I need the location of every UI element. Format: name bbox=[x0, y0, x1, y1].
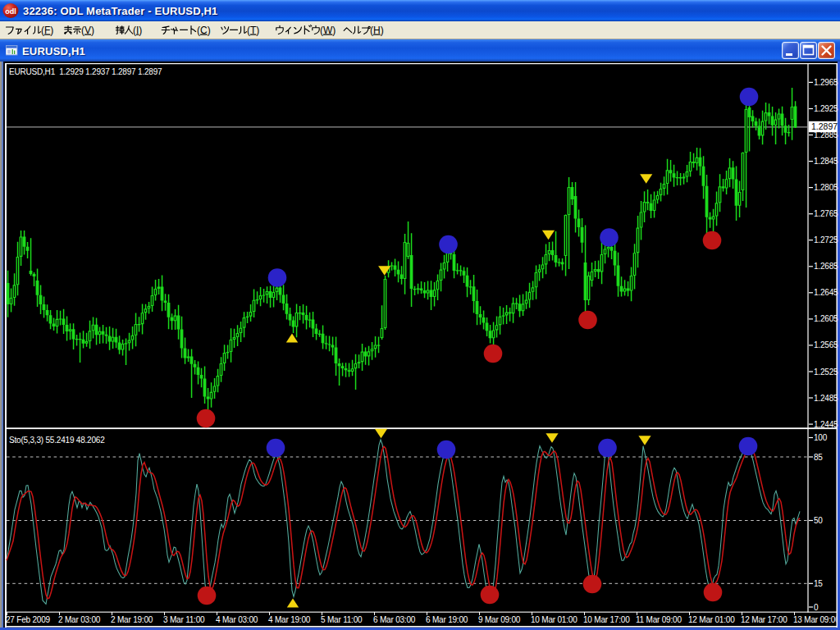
svg-text:1.2645: 1.2645 bbox=[814, 288, 838, 297]
svg-text:1.2925: 1.2925 bbox=[814, 104, 838, 113]
svg-text:1.2805: 1.2805 bbox=[814, 183, 838, 192]
svg-text:9 Mar 09:00: 9 Mar 09:00 bbox=[478, 615, 521, 624]
svg-text:50: 50 bbox=[814, 516, 823, 525]
svg-text:6 Mar 03:00: 6 Mar 03:00 bbox=[373, 615, 416, 624]
svg-text:odl: odl bbox=[5, 7, 16, 16]
svg-text:1.2965: 1.2965 bbox=[814, 78, 838, 87]
svg-text:10 Mar 17:00: 10 Mar 17:00 bbox=[583, 615, 630, 624]
svg-text:2 Mar 03:00: 2 Mar 03:00 bbox=[58, 615, 101, 624]
svg-text:12 Mar 17:00: 12 Mar 17:00 bbox=[741, 615, 788, 624]
svg-text:(W): (W) bbox=[320, 25, 336, 36]
svg-text:(I): (I) bbox=[133, 25, 142, 36]
svg-text:(C): (C) bbox=[197, 25, 211, 36]
svg-text:27 Feb 2009: 27 Feb 2009 bbox=[6, 615, 51, 624]
svg-text:13 Mar 09:00: 13 Mar 09:00 bbox=[793, 615, 840, 624]
svg-text:10 Mar 01:00: 10 Mar 01:00 bbox=[531, 615, 578, 624]
svg-text:(F): (F) bbox=[41, 25, 53, 36]
svg-text:12 Mar 01:00: 12 Mar 01:00 bbox=[688, 615, 735, 624]
svg-text:1.2845: 1.2845 bbox=[814, 157, 838, 166]
svg-text:5 Mar 11:00: 5 Mar 11:00 bbox=[321, 615, 363, 624]
svg-text:1.2765: 1.2765 bbox=[814, 209, 838, 218]
svg-text:0: 0 bbox=[814, 603, 819, 612]
svg-text:6 Mar 19:00: 6 Mar 19:00 bbox=[426, 615, 468, 624]
svg-text:3 Mar 11:00: 3 Mar 11:00 bbox=[163, 615, 205, 624]
svg-text:(H): (H) bbox=[370, 25, 384, 36]
svg-text:11 Mar 09:00: 11 Mar 09:00 bbox=[636, 615, 682, 624]
svg-text:(V): (V) bbox=[81, 25, 94, 36]
svg-text:1.2605: 1.2605 bbox=[814, 314, 838, 323]
svg-text:1.2445: 1.2445 bbox=[814, 420, 838, 429]
svg-text:EURUSD,H1 1.2929 1.2937 1.289: EURUSD,H1 1.2929 1.2937 1.2897 1.2897 bbox=[9, 67, 162, 76]
svg-text:1.2485: 1.2485 bbox=[814, 394, 838, 403]
svg-text:1.2685: 1.2685 bbox=[814, 262, 838, 271]
svg-text:1.2525: 1.2525 bbox=[814, 368, 838, 377]
svg-text:2 Mar 19:00: 2 Mar 19:00 bbox=[111, 615, 153, 624]
svg-text:4 Mar 19:00: 4 Mar 19:00 bbox=[268, 615, 311, 624]
svg-text:1.2897: 1.2897 bbox=[811, 121, 838, 131]
svg-text:1.2565: 1.2565 bbox=[814, 340, 838, 349]
svg-text:4 Mar 03:00: 4 Mar 03:00 bbox=[216, 615, 258, 624]
svg-text:100: 100 bbox=[814, 433, 828, 442]
svg-text:Sto(5,3,3) 55.2419 48.2062: Sto(5,3,3) 55.2419 48.2062 bbox=[9, 436, 105, 445]
svg-text:1.2725: 1.2725 bbox=[814, 235, 838, 244]
svg-text:85: 85 bbox=[814, 453, 823, 462]
svg-text:(T): (T) bbox=[247, 25, 259, 36]
svg-text:15: 15 bbox=[814, 579, 823, 588]
